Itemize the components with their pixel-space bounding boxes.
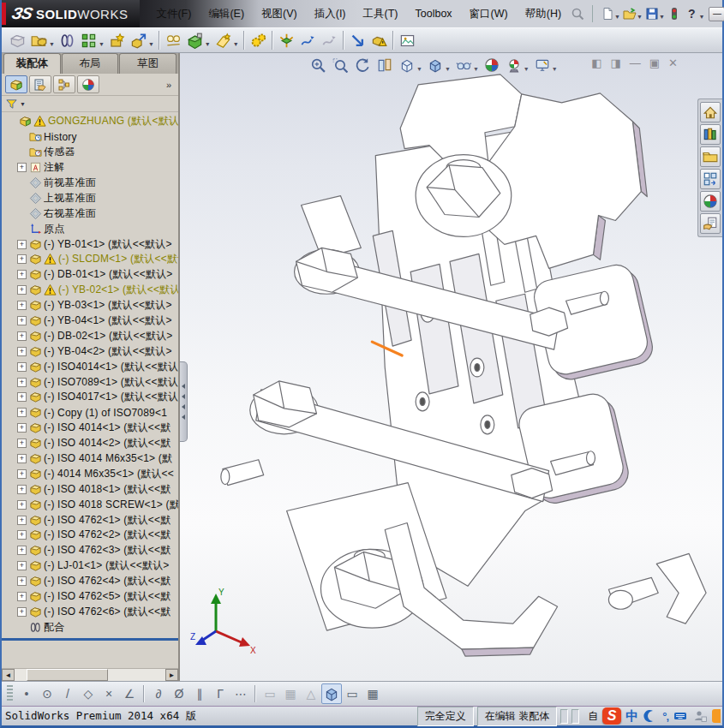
tree-row[interactable]: + (-) DB-01<1> (默认<<默认> xyxy=(3,267,178,283)
expand-toggle[interactable]: + xyxy=(17,240,27,249)
panel-header-button[interactable] xyxy=(53,75,75,93)
tree-row[interactable]: + (-) YB-04<2> (默认<<默认> xyxy=(3,343,178,359)
expand-toggle[interactable]: + xyxy=(17,378,27,387)
expand-toggle[interactable]: + xyxy=(17,301,27,310)
task-pane-button[interactable] xyxy=(700,146,721,167)
expand-toggle[interactable]: + xyxy=(17,331,27,341)
document-window-button[interactable]: — xyxy=(630,57,641,70)
ime-keyboard-icon[interactable] xyxy=(673,709,688,723)
quick-access-button[interactable] xyxy=(621,5,638,22)
tree-row[interactable]: + (-) ISO 4762<1> (默认<<默 xyxy=(3,512,178,528)
help-dropdown-caret[interactable]: ▼ xyxy=(698,14,704,20)
tree-row[interactable]: + (-) ISO4017<1> (默认<<默认 xyxy=(3,390,178,405)
tree-row[interactable]: + (-) ISO 4762<3> (默认<<默 xyxy=(3,543,178,558)
ime-toolbox-icon[interactable] xyxy=(712,709,721,723)
document-window-button[interactable]: ▣ xyxy=(649,57,660,70)
tree-row[interactable]: + (-) ISO 4018 SCREW<1> (默 xyxy=(3,497,178,512)
expand-toggle[interactable]: + xyxy=(17,530,27,540)
panel-header-button[interactable] xyxy=(77,75,99,93)
menu-item[interactable]: 插入(I) xyxy=(307,3,354,25)
snap-tool-button[interactable]: ∂ xyxy=(148,683,169,704)
dropdown-caret[interactable]: ▼ xyxy=(552,66,558,72)
expand-toggle[interactable]: + xyxy=(17,285,27,295)
snap-tool-button[interactable]: ⊙ xyxy=(37,683,57,704)
panel-overflow-chevron[interactable]: » xyxy=(166,80,175,90)
expand-toggle[interactable]: + xyxy=(17,316,27,325)
command-tab[interactable]: 草图 xyxy=(119,53,177,74)
tree-row[interactable]: + (-) Copy (1) of ISO7089<1 xyxy=(3,405,178,421)
dropdown-caret[interactable]: ▼ xyxy=(233,41,239,47)
search-icon[interactable] xyxy=(569,5,586,22)
toolbar-button[interactable] xyxy=(7,30,28,51)
expand-toggle[interactable]: + xyxy=(17,546,27,555)
tree-row[interactable]: + (-) 4014 M6x35<1> (默认<< xyxy=(3,466,178,481)
expand-toggle[interactable]: + xyxy=(17,576,27,586)
menu-item[interactable]: 视图(V) xyxy=(254,3,305,25)
sogou-logo[interactable]: S xyxy=(602,707,621,725)
toolbar-grip[interactable] xyxy=(7,685,13,702)
menu-item[interactable]: 帮助(H) xyxy=(518,3,569,25)
panel-header-button[interactable] xyxy=(29,75,51,93)
assembly-model[interactable] xyxy=(180,53,722,681)
tree-row[interactable]: + (-) ISO4014<1> (默认<<默认 xyxy=(3,359,178,374)
expand-toggle[interactable]: + xyxy=(17,469,27,479)
tree-row[interactable]: + (-) YB-01<1> (默认<<默认> xyxy=(3,236,178,252)
toolbar-button[interactable] xyxy=(347,30,368,51)
tree-row[interactable]: + 前视基准面 xyxy=(3,176,178,191)
snap-tool-button[interactable]: ▦ xyxy=(280,683,301,704)
tree-row[interactable]: + (-) ISO 4762<6> (默认<<默 xyxy=(3,605,178,620)
task-pane-button[interactable] xyxy=(700,213,721,234)
dropdown-caret[interactable]: ▼ xyxy=(416,66,422,72)
snap-tool-button[interactable]: ▭ xyxy=(342,683,362,704)
view-tool-button[interactable] xyxy=(353,56,372,75)
view-tool-button[interactable] xyxy=(308,56,327,75)
toolbar-button[interactable] xyxy=(248,30,269,51)
menu-item[interactable]: 文件(F) xyxy=(148,3,199,25)
ime-fullhalf-moon-icon[interactable] xyxy=(643,709,658,723)
document-window-button[interactable]: ✕ xyxy=(668,57,678,70)
toolbar-button[interactable] xyxy=(212,30,234,51)
expand-toggle[interactable]: + xyxy=(17,423,27,433)
display_style-icon[interactable] xyxy=(321,683,342,704)
expand-toggle[interactable]: + xyxy=(17,561,27,570)
expand-toggle[interactable]: + xyxy=(17,454,27,463)
command-tab[interactable]: 装配体 xyxy=(3,53,61,74)
expand-toggle[interactable]: + xyxy=(17,516,27,525)
toolbar-button[interactable] xyxy=(368,30,390,51)
snap-tool-button[interactable]: ∥ xyxy=(189,683,210,704)
toolbar-button[interactable] xyxy=(397,30,418,51)
snap-tool-button[interactable]: △ xyxy=(301,683,321,704)
dropdown-caret[interactable]: ▼ xyxy=(205,41,211,47)
tree-row[interactable]: + 传感器 xyxy=(3,145,178,160)
document-window-button[interactable]: ◨ xyxy=(611,57,621,70)
snap-tool-button[interactable]: ∠ xyxy=(119,683,140,704)
toolbar-button[interactable] xyxy=(163,30,184,51)
snap-tool-button[interactable]: • xyxy=(16,683,37,704)
expand-toggle[interactable]: + xyxy=(17,592,27,601)
ime-punctuation-toggle[interactable]: °‚ xyxy=(662,710,668,723)
tree-row[interactable]: + (-) SLCDM<1> (默认<<默认 xyxy=(3,252,178,267)
dropdown-caret[interactable]: ▼ xyxy=(614,14,620,20)
task-pane-button[interactable] xyxy=(700,191,721,212)
toolbar-button[interactable] xyxy=(78,30,99,51)
tree-row[interactable]: + GONGZHUANG (默认<默认_显 xyxy=(3,114,178,129)
tree-row[interactable]: + (-) YB-03<1> (默认<<默认> xyxy=(3,298,178,313)
menu-item[interactable]: 工具(T) xyxy=(356,3,406,25)
expand-toggle[interactable]: + xyxy=(17,362,27,372)
tree-row[interactable]: + (-) YB-02<1> (默认<<默认 xyxy=(3,283,178,298)
toolbar-button[interactable] xyxy=(276,30,297,51)
task-pane-button[interactable] xyxy=(700,169,721,189)
expand-toggle[interactable]: + xyxy=(17,485,27,494)
dropdown-caret[interactable]: ▼ xyxy=(99,41,105,47)
dropdown-caret[interactable]: ▼ xyxy=(473,66,479,72)
tree-row[interactable]: + 注解 xyxy=(3,160,178,176)
snap-tool-button[interactable]: Ø xyxy=(169,683,189,704)
tree-row[interactable]: + (-) ISO 4014 M6x35<1> (默 xyxy=(3,451,178,467)
toolbar-button[interactable] xyxy=(184,30,206,51)
tree-row[interactable]: + (-) DB-02<1> (默认<<默认> xyxy=(3,328,178,343)
panel-collapse-handle[interactable] xyxy=(180,361,188,442)
snap-tool-button[interactable]: Γ xyxy=(210,683,230,704)
horizontal-scrollbar[interactable]: ◄ ► xyxy=(2,668,178,681)
tree-row[interactable]: + (-) ISO 4762<5> (默认<<默 xyxy=(3,589,178,605)
filter-dropdown-caret[interactable]: ▼ xyxy=(20,101,26,107)
